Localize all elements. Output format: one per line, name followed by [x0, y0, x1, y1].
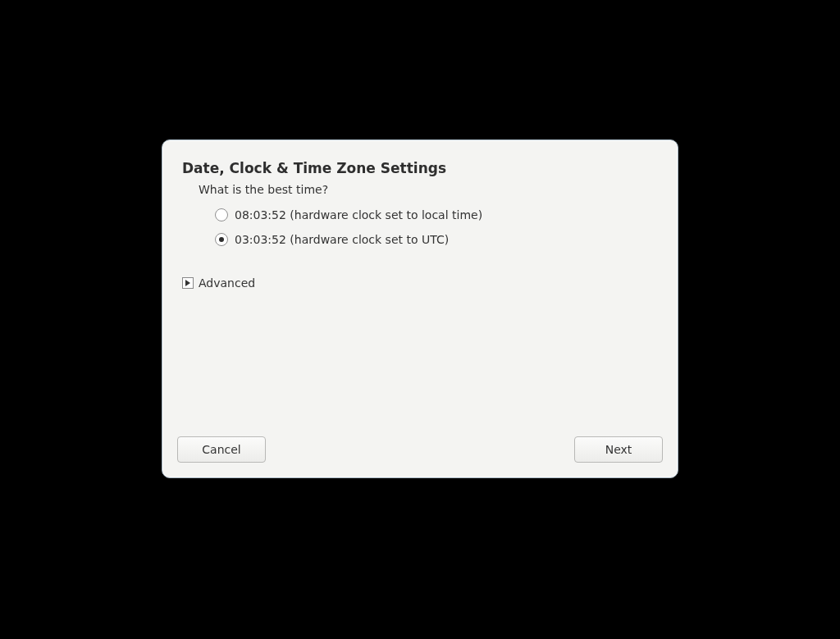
advanced-label: Advanced — [199, 276, 255, 290]
expand-right-icon — [182, 277, 194, 289]
button-bar: Cancel Next — [162, 427, 678, 477]
radio-icon — [215, 233, 228, 246]
advanced-expander[interactable]: Advanced — [182, 276, 658, 290]
radio-label: 03:03:52 (hardware clock set to UTC) — [235, 233, 449, 246]
page-title: Date, Clock & Time Zone Settings — [182, 160, 658, 176]
time-option-local[interactable]: 08:03:52 (hardware clock set to local ti… — [215, 203, 658, 227]
radio-icon — [215, 208, 228, 221]
radio-label: 08:03:52 (hardware clock set to local ti… — [235, 208, 482, 221]
next-button[interactable]: Next — [574, 436, 663, 463]
timezone-settings-dialog: Date, Clock & Time Zone Settings What is… — [162, 139, 678, 478]
time-radio-group: 08:03:52 (hardware clock set to local ti… — [215, 203, 658, 252]
dialog-body: Date, Clock & Time Zone Settings What is… — [162, 140, 678, 427]
time-option-utc[interactable]: 03:03:52 (hardware clock set to UTC) — [215, 227, 658, 252]
cancel-button[interactable]: Cancel — [177, 436, 266, 463]
prompt-text: What is the best time? — [199, 183, 658, 196]
